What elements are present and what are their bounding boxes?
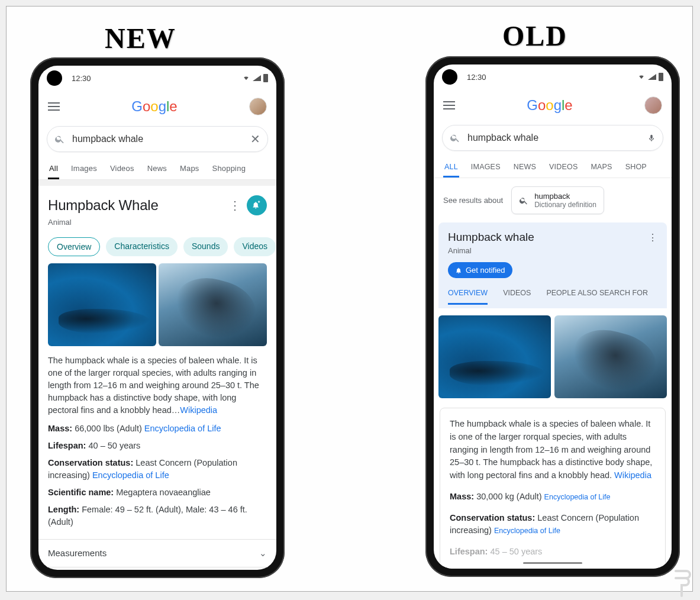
tab-shopping[interactable]: Shopping: [211, 158, 247, 179]
fact-source-link[interactable]: Encyclopedia of Life: [494, 527, 560, 535]
kp-description-source-link[interactable]: Wikipedia: [614, 470, 651, 480]
chip-overview[interactable]: Overview: [48, 237, 100, 256]
clear-icon[interactable]: ✕: [250, 132, 260, 146]
avatar[interactable]: [249, 98, 267, 115]
comparison-label-old: OLD: [502, 20, 567, 52]
search-icon: [519, 196, 528, 205]
status-time: 12:30: [467, 73, 486, 82]
comparison-label-new: NEW: [105, 22, 176, 54]
fact-label: Conservation status:: [48, 458, 133, 467]
phone-frame-new: 12:30 Google humpback whale ✕: [30, 57, 285, 578]
status-time: 12:30: [72, 74, 91, 83]
search-icon: [54, 134, 65, 144]
fact-row: Length: Female: 49 – 52 ft. (Adult), Mal…: [48, 504, 267, 528]
fact-value: 66,000 lbs (Adult): [72, 424, 144, 433]
search-query[interactable]: humpback whale: [72, 134, 243, 144]
kp-description: The humpback whale is a species of balee…: [48, 356, 259, 415]
search-bar[interactable]: humpback whale ✕: [47, 126, 268, 152]
kp-title: Humpback whale: [448, 231, 534, 244]
tab-maps[interactable]: Maps: [179, 158, 201, 179]
tab-images[interactable]: IMAGES: [470, 157, 502, 178]
tab-videos[interactable]: Videos: [109, 158, 136, 179]
chip-sounds[interactable]: Sounds: [183, 237, 228, 256]
fact-label: Lifespan:: [450, 547, 488, 556]
fact-row: Scientific name: Megaptera novaeangliae: [48, 486, 267, 499]
subtab-overview[interactable]: OVERVIEW: [448, 289, 488, 305]
kp-image-1[interactable]: [438, 315, 551, 398]
tab-all[interactable]: ALL: [443, 157, 459, 178]
kp-subtype: Animal: [48, 218, 267, 227]
see-results-about-label: See results about: [443, 196, 503, 205]
fact-value: 30,000 kg (Adult): [474, 492, 544, 501]
status-bar: 12:30: [434, 68, 672, 86]
battery-icon: [263, 74, 268, 82]
avatar[interactable]: [644, 96, 662, 114]
kp-chips: Overview Characteristics Sounds Videos: [38, 233, 276, 263]
tab-all[interactable]: All: [48, 158, 59, 179]
mic-icon[interactable]: [647, 132, 656, 144]
kp-subtype: Animal: [448, 246, 657, 255]
tab-images[interactable]: Images: [70, 158, 98, 179]
kp-image-2[interactable]: [159, 263, 267, 346]
kp-image-2[interactable]: [554, 315, 667, 398]
signal-icon: [253, 75, 261, 81]
chip-characteristics[interactable]: Characteristics: [106, 237, 178, 256]
signal-icon: [648, 74, 656, 80]
battery-icon: [659, 73, 663, 81]
search-icon: [450, 133, 460, 143]
more-icon[interactable]: ⋮: [223, 198, 247, 212]
search-query[interactable]: humpback whale: [467, 133, 640, 143]
fact-label: Mass:: [450, 492, 474, 501]
fact-label: Conservation status:: [450, 513, 535, 522]
more-icon[interactable]: ⋮: [648, 232, 657, 243]
expander-label: Measurements: [48, 548, 107, 559]
fact-value: 40 – 50 years: [86, 441, 140, 450]
related-result-subtitle: Dictionary definition: [534, 201, 596, 209]
fact-label: Mass:: [48, 424, 72, 433]
tab-maps[interactable]: MAPS: [589, 157, 613, 178]
kp-image-1[interactable]: [48, 263, 156, 346]
menu-icon[interactable]: [48, 102, 60, 111]
wifi-icon: [242, 75, 250, 81]
kp-description-source-link[interactable]: Wikipedia: [180, 405, 217, 415]
fact-label: Length:: [48, 505, 79, 514]
fact-source-link[interactable]: Encyclopedia of Life: [544, 493, 611, 501]
fact-source-link[interactable]: Encyclopedia of Life: [144, 424, 221, 433]
expander-measurements[interactable]: Measurements ⌄: [38, 539, 276, 567]
status-bar: 12:30: [38, 69, 276, 87]
fact-label: Scientific name:: [48, 488, 114, 497]
get-notified-label: Get notified: [466, 266, 505, 275]
subtab-people-also-search[interactable]: PEOPLE ALSO SEARCH FOR: [546, 289, 648, 305]
kp-title: Humpback Whale: [48, 197, 223, 214]
home-indicator[interactable]: [523, 562, 582, 564]
tab-news[interactable]: News: [146, 158, 168, 179]
bell-plus-icon: [251, 200, 262, 211]
watermark-logo: [670, 567, 693, 597]
subtab-videos[interactable]: VIDEOS: [503, 289, 531, 305]
tab-shopping[interactable]: SHOP: [624, 157, 648, 178]
chevron-down-icon: ⌄: [259, 548, 267, 559]
result-tabs: ALL IMAGES NEWS VIDEOS MAPS SHOP: [434, 157, 672, 178]
tab-videos[interactable]: VIDEOS: [548, 157, 579, 178]
expander-population[interactable]: Population ⌄: [38, 567, 276, 570]
search-bar[interactable]: humpback whale: [442, 125, 663, 151]
fact-label: Lifespan:: [48, 441, 86, 450]
fact-row: Lifespan: 40 – 50 years: [48, 440, 267, 452]
fact-row: Conservation status: Least Concern (Popu…: [450, 512, 656, 538]
notify-button[interactable]: [247, 195, 267, 215]
get-notified-button[interactable]: Get notified: [448, 262, 512, 278]
phone-frame-old: 12:30 Google humpback whale: [425, 56, 680, 577]
fact-source-link[interactable]: Encyclopedia of Life: [92, 470, 169, 480]
bell-icon: [455, 267, 462, 274]
related-result-card[interactable]: humpback Dictionary definition: [511, 186, 604, 214]
result-tabs: All Images Videos News Maps Shopping: [38, 158, 276, 180]
fact-value: Megaptera novaeangliae: [114, 488, 211, 497]
kp-sub-tabs: OVERVIEW VIDEOS PEOPLE ALSO SEARCH FOR: [448, 289, 657, 305]
wifi-icon: [637, 74, 646, 80]
chip-videos[interactable]: Videos: [234, 237, 276, 256]
related-result-title: humpback: [534, 192, 596, 201]
menu-icon[interactable]: [443, 101, 455, 109]
fact-row: Mass: 66,000 lbs (Adult) Encyclopedia of…: [48, 422, 267, 435]
camera-hole: [442, 69, 457, 85]
tab-news[interactable]: NEWS: [512, 157, 537, 178]
